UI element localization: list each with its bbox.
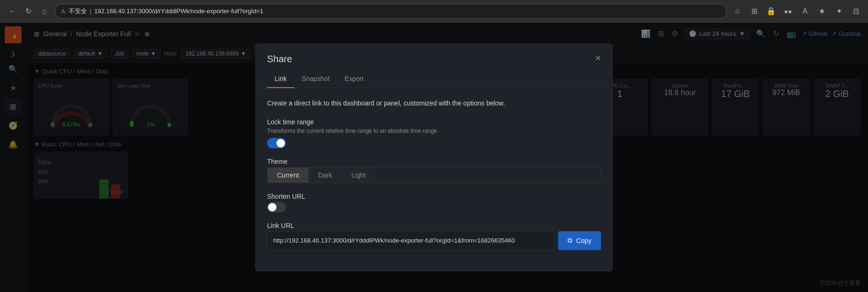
shorten-url-group: Shorten URL <box>267 193 601 212</box>
link-url-input[interactable]: http://192.168.40.137:3000/d/rYdddlPWk/n… <box>267 231 554 250</box>
lock-time-group: Lock time range Transforms the current r… <box>267 118 601 148</box>
address-bar[interactable]: ⚠ 不安全 | 192.168.40.137:3000/d/rYdddlPWk/… <box>55 4 727 19</box>
back-button[interactable]: ← <box>6 5 19 18</box>
theme-group: Theme Current Dark Light <box>267 158 601 183</box>
browser-chrome: ← ↻ ⌂ ⚠ 不安全 | 192.168.40.137:3000/d/rYdd… <box>0 0 868 23</box>
lock-time-label: Lock time range <box>267 118 601 126</box>
apps-action[interactable]: ✦ <box>832 5 845 18</box>
grid-action[interactable]: ⊞ <box>748 5 761 18</box>
home-button[interactable]: ⌂ <box>38 5 51 18</box>
link-url-row: http://192.168.40.137:3000/d/rYdddlPWk/n… <box>267 231 601 250</box>
shorten-url-toggle-wrapper <box>267 202 601 212</box>
bookmark-action[interactable]: ★ <box>815 5 829 18</box>
tab-snapshot[interactable]: Snapshot <box>294 70 337 88</box>
modal-title: Share <box>267 54 601 65</box>
lock-time-sublabel: Transforms the current relative time ran… <box>267 128 601 134</box>
warning-text: 不安全 <box>69 7 87 16</box>
copy-label: Copy <box>576 237 592 244</box>
theme-dark[interactable]: Dark <box>308 168 342 183</box>
url-text: 192.168.40.137:3000/d/rYdddlPWk/node-exp… <box>94 8 263 15</box>
tab-link[interactable]: Link <box>267 70 294 88</box>
shorten-toggle-knob <box>268 203 276 211</box>
lock-action[interactable]: 🔒 <box>765 5 778 18</box>
link-url-text: http://192.168.40.137:3000/d/rYdddlPWk/n… <box>273 237 515 244</box>
modal-description: Create a direct link to this dashboard o… <box>267 99 601 107</box>
share-modal: Share Link Snapshot Export × Create a di… <box>255 44 613 271</box>
shorten-url-label: Shorten URL <box>267 193 601 200</box>
link-url-label: Link URL <box>267 222 601 229</box>
copy-icon: ⧉ <box>568 236 572 244</box>
modal-overlay[interactable]: Share Link Snapshot Export × Create a di… <box>0 23 868 292</box>
browser-nav: ← ↻ ⌂ <box>6 5 51 18</box>
shorten-url-toggle[interactable] <box>267 202 286 212</box>
modal-header: Share Link Snapshot Export × <box>256 44 612 88</box>
theme-light[interactable]: Light <box>341 168 375 183</box>
modal-body: Create a direct link to this dashboard o… <box>256 88 612 271</box>
copy-button[interactable]: ⧉ Copy <box>558 231 601 250</box>
browser-actions: ☆ ⊞ 🔒 ●● A ★ ✦ ⊟ <box>731 5 862 18</box>
toggle-knob <box>276 139 285 147</box>
address-separator: | <box>90 8 91 15</box>
profile-action[interactable]: A <box>798 5 812 18</box>
refresh-button[interactable]: ↻ <box>22 5 35 18</box>
link-url-group: Link URL http://192.168.40.137:3000/d/rY… <box>267 222 601 250</box>
modal-tabs: Link Snapshot Export <box>267 70 601 88</box>
modal-close-button[interactable]: × <box>592 52 605 65</box>
theme-current[interactable]: Current <box>268 168 308 183</box>
theme-label: Theme <box>267 158 601 165</box>
security-warning: ⚠ <box>61 8 66 15</box>
lock-time-toggle[interactable] <box>267 138 286 148</box>
theme-selector: Current Dark Light <box>267 167 601 183</box>
tab-export[interactable]: Export <box>337 70 371 88</box>
star-action[interactable]: ☆ <box>731 5 744 18</box>
extension-action[interactable]: ●● <box>781 5 795 18</box>
lock-time-toggle-wrapper <box>267 138 601 148</box>
menu-action[interactable]: ⊟ <box>849 5 862 18</box>
